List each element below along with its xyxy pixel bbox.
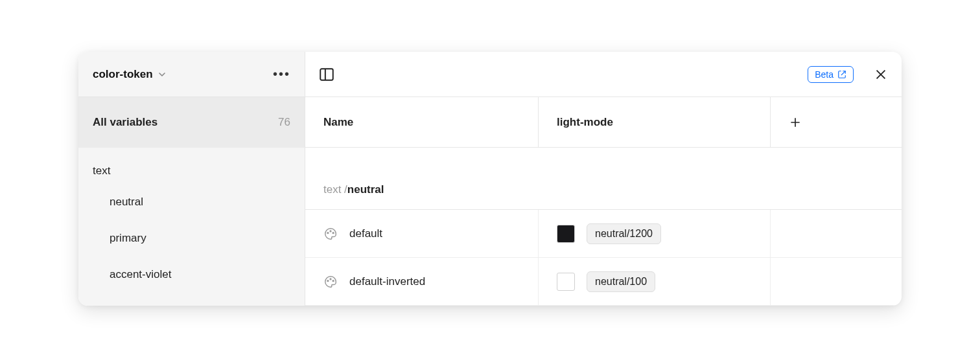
palette-icon: [323, 227, 338, 241]
svg-point-11: [332, 280, 334, 281]
sidebar-item-label: neutral: [110, 196, 143, 209]
plus-icon: [789, 116, 802, 129]
main-header: Beta: [305, 52, 902, 97]
more-icon[interactable]: •••: [273, 67, 290, 82]
sidebar-count: 76: [278, 116, 290, 129]
add-mode-button[interactable]: [771, 97, 902, 147]
group-heading: text / neutral: [305, 148, 902, 210]
palette-icon: [323, 275, 338, 289]
variable-extra-cell: [771, 210, 902, 257]
collection-selector[interactable]: color-token •••: [78, 52, 305, 97]
sidebar-item-accent-violet[interactable]: accent-violet: [78, 256, 305, 293]
svg-point-10: [330, 278, 331, 279]
variables-panel: color-token ••• Beta: [78, 52, 902, 306]
variable-name: default: [349, 227, 382, 240]
variable-name: default-inverted: [349, 275, 425, 288]
svg-point-7: [330, 230, 331, 231]
beta-label: Beta: [815, 69, 834, 80]
column-header: Name light-mode: [305, 97, 902, 148]
svg-point-9: [327, 280, 329, 281]
chevron-down-icon: [158, 71, 166, 78]
svg-point-8: [332, 232, 334, 233]
sidebar: All variables 76 text neutral primary ac…: [78, 97, 305, 306]
sidebar-item-primary[interactable]: primary: [78, 220, 305, 256]
sidebar-all-variables[interactable]: All variables 76: [78, 97, 305, 148]
color-swatch: [557, 225, 575, 243]
sidebar-item-neutral[interactable]: neutral: [78, 184, 305, 220]
variable-value-cell[interactable]: neutral/1200: [539, 210, 771, 257]
sidebar-toggle-icon[interactable]: [318, 66, 335, 83]
svg-rect-0: [320, 69, 333, 80]
sidebar-group-label: text: [93, 165, 110, 177]
sidebar-all-label: All variables: [93, 116, 158, 129]
value-chip: neutral/1200: [587, 223, 661, 244]
svg-point-6: [327, 232, 329, 233]
variable-row[interactable]: default-inverted neutral/100: [305, 258, 902, 306]
group-path-name: neutral: [347, 183, 384, 196]
group-path-prefix: text /: [323, 183, 347, 196]
sidebar-item-label: primary: [110, 232, 146, 245]
external-link-icon: [837, 70, 846, 79]
column-name-label: Name: [323, 116, 353, 129]
variable-row[interactable]: default neutral/1200: [305, 210, 902, 258]
beta-badge[interactable]: Beta: [808, 66, 854, 83]
column-name: Name: [305, 97, 539, 147]
sidebar-group-text[interactable]: text: [78, 148, 305, 184]
sidebar-item-label: accent-violet: [110, 268, 171, 281]
main-area: Name light-mode text / neutral: [305, 97, 902, 306]
close-icon: [874, 67, 888, 82]
column-mode[interactable]: light-mode: [539, 97, 771, 147]
value-chip: neutral/100: [587, 271, 655, 292]
panel-body: All variables 76 text neutral primary ac…: [78, 97, 902, 306]
topbar: color-token ••• Beta: [78, 52, 902, 97]
variable-extra-cell: [771, 258, 902, 305]
variable-value-cell[interactable]: neutral/100: [539, 258, 771, 305]
color-swatch: [557, 273, 575, 291]
variable-name-cell[interactable]: default: [305, 210, 539, 257]
column-mode-label: light-mode: [557, 116, 613, 129]
collection-name: color-token: [93, 68, 153, 81]
variable-name-cell[interactable]: default-inverted: [305, 258, 539, 305]
close-button[interactable]: [873, 67, 889, 82]
